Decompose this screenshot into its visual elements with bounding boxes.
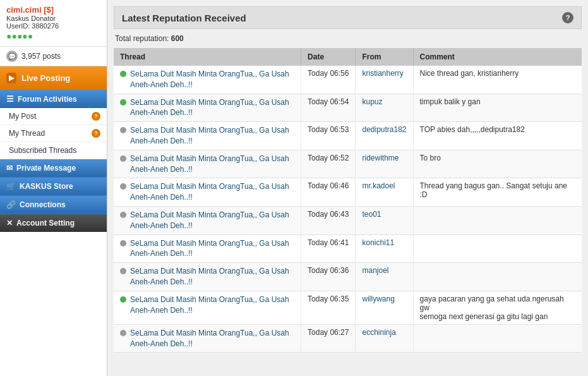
reputation-dot — [120, 240, 126, 246]
date-cell: Today 06:27 — [301, 324, 356, 353]
connections-button[interactable]: 🔗 Connections — [0, 196, 107, 214]
settings-icon: ✕ — [6, 219, 13, 227]
comment-cell — [413, 263, 582, 291]
account-setting-label: Account Setting — [16, 219, 75, 227]
from-link[interactable]: kupuz — [362, 97, 382, 106]
page-title: Latest Reputation Received — [122, 13, 246, 23]
from-link[interactable]: willywang — [362, 294, 394, 303]
thread-link[interactable]: SeLama Duit Masih Minta OrangTua,, Ga Us… — [130, 294, 294, 316]
live-posting-button[interactable]: ▶ Live Posting — [0, 66, 107, 90]
reputation-dot — [120, 212, 126, 218]
thread-link[interactable]: SeLama Duit Masih Minta OrangTua,, Ga Us… — [130, 266, 294, 288]
date-cell: Today 06:36 — [301, 263, 356, 291]
thread-link[interactable]: SeLama Duit Masih Minta OrangTua,, Ga Us… — [130, 328, 294, 349]
help-icon[interactable]: ? — [562, 12, 573, 23]
page-header: Latest Reputation Received ? — [114, 6, 582, 29]
table-row: SeLama Duit Masih Minta OrangTua,, Ga Us… — [114, 324, 582, 353]
private-message-button[interactable]: ✉ Private Message — [0, 159, 107, 178]
from-link[interactable]: dediputra182 — [362, 125, 406, 134]
subscribed-threads-label: Subscribed Threads — [9, 146, 76, 155]
thread-cell: SeLama Duit Masih Minta OrangTua,, Ga Us… — [120, 294, 294, 316]
from-link[interactable]: kristianherry — [362, 69, 403, 78]
table-row: SeLama Duit Masih Minta OrangTua,, Ga Us… — [114, 66, 582, 94]
thread-cell: SeLama Duit Masih Minta OrangTua,, Ga Us… — [120, 154, 294, 175]
comment-cell — [413, 206, 582, 234]
forum-activities-label: Forum Activities — [18, 95, 77, 104]
reputation-table: Thread Date From Comment SeLama Duit Mas… — [114, 48, 582, 353]
sidebar-item-my-thread[interactable]: My Thread ? — [0, 125, 107, 142]
from-link[interactable]: teo01 — [362, 210, 381, 219]
my-post-badge: ? — [92, 112, 100, 121]
from-cell: ecchininja — [356, 324, 413, 353]
main-content: Latest Reputation Received ? Total reput… — [107, 0, 588, 376]
post-count-row: 💬 3,957 posts — [0, 47, 107, 66]
comment-cell: timpuk balik y gan — [413, 94, 582, 122]
forum-activities-header: ☰ Forum Activities — [0, 90, 107, 108]
kaskus-store-button[interactable]: 🛒 KASKUS Store — [0, 178, 107, 196]
date-cell: Today 06:52 — [301, 150, 356, 178]
thread-link[interactable]: SeLama Duit Masih Minta OrangTua,, Ga Us… — [130, 125, 294, 147]
sidebar-item-my-post[interactable]: My Post ? — [0, 108, 107, 125]
from-cell: manjoel — [356, 263, 413, 291]
reputation-dot — [120, 330, 126, 336]
comment-cell — [413, 324, 582, 353]
table-row: SeLama Duit Masih Minta OrangTua,, Ga Us… — [114, 206, 582, 234]
from-cell: kristianherry — [356, 66, 413, 94]
comment-cell: Nice thread gan, kristianherry — [413, 66, 582, 94]
table-row: SeLama Duit Masih Minta OrangTua,, Ga Us… — [114, 94, 582, 122]
my-thread-badge: ? — [92, 129, 100, 138]
user-role: Kaskus Donator — [6, 15, 100, 22]
from-link[interactable]: manjoel — [362, 266, 388, 275]
my-post-label: My Post — [9, 112, 36, 121]
date-cell: Today 06:56 — [301, 66, 356, 94]
date-cell: Today 06:41 — [301, 234, 356, 263]
forum-icon: ☰ — [6, 94, 14, 104]
reputation-dot — [120, 71, 126, 77]
thread-cell: SeLama Duit Masih Minta OrangTua,, Ga Us… — [120, 266, 294, 288]
from-cell: dediputra182 — [356, 122, 413, 150]
from-cell: ridewithme — [356, 150, 413, 178]
sidebar-item-subscribed-threads[interactable]: Subscribed Threads — [0, 142, 107, 159]
my-thread-label: My Thread — [9, 129, 45, 138]
from-cell: willywang — [356, 291, 413, 324]
thread-link[interactable]: SeLama Duit Masih Minta OrangTua,, Ga Us… — [130, 97, 294, 119]
thread-cell: SeLama Duit Masih Minta OrangTua,, Ga Us… — [120, 125, 294, 147]
date-cell: Today 06:35 — [301, 291, 356, 324]
post-count-value: 3,957 — [21, 52, 40, 61]
from-link[interactable]: mr.kadoel — [362, 181, 395, 190]
thread-cell: SeLama Duit Masih Minta OrangTua,, Ga Us… — [120, 181, 294, 203]
private-message-label: Private Message — [16, 164, 76, 173]
col-thread: Thread — [114, 48, 301, 66]
from-cell: kupuz — [356, 94, 413, 122]
account-setting-button[interactable]: ✕ Account Setting — [0, 214, 107, 232]
thread-link[interactable]: SeLama Duit Masih Minta OrangTua,, Ga Us… — [130, 154, 294, 175]
reputation-dot — [120, 296, 126, 303]
comment-cell: TOP abies dah,,,,,dediputra182 — [413, 122, 582, 150]
reputation-dot — [120, 183, 126, 190]
connections-label: Connections — [20, 200, 66, 209]
from-link[interactable]: ridewithme — [362, 154, 399, 162]
table-row: SeLama Duit Masih Minta OrangTua,, Ga Us… — [114, 178, 582, 207]
reputation-dot — [120, 155, 126, 162]
kaskus-store-label: KASKUS Store — [20, 182, 73, 191]
total-reputation: Total reputation: 600 — [114, 34, 582, 43]
live-posting-icon: ▶ — [6, 73, 16, 83]
thread-link[interactable]: SeLama Duit Masih Minta OrangTua,, Ga Us… — [130, 181, 294, 203]
user-id: UserID: 3880276 — [6, 22, 100, 30]
col-comment: Comment — [413, 48, 582, 66]
table-row: SeLama Duit Masih Minta OrangTua,, Ga Us… — [114, 122, 582, 150]
total-rep-value: 600 — [171, 34, 184, 43]
thread-cell: SeLama Duit Masih Minta OrangTua,, Ga Us… — [120, 328, 294, 349]
thread-link[interactable]: SeLama Duit Masih Minta OrangTua,, Ga Us… — [130, 210, 294, 231]
thread-cell: SeLama Duit Masih Minta OrangTua,, Ga Us… — [120, 210, 294, 231]
thread-link[interactable]: SeLama Duit Masih Minta OrangTua,, Ga Us… — [130, 69, 294, 90]
from-link[interactable]: ecchininja — [362, 328, 395, 337]
from-cell: konichi11 — [356, 234, 413, 263]
reputation-dot — [120, 127, 126, 133]
date-cell: Today 06:43 — [301, 206, 356, 234]
live-posting-label: Live Posting — [21, 73, 70, 83]
from-link[interactable]: konichi11 — [362, 238, 394, 247]
date-cell: Today 06:53 — [301, 122, 356, 150]
user-stars: ●●●●● — [6, 31, 100, 41]
thread-link[interactable]: SeLama Duit Masih Minta OrangTua,, Ga Us… — [130, 238, 294, 260]
